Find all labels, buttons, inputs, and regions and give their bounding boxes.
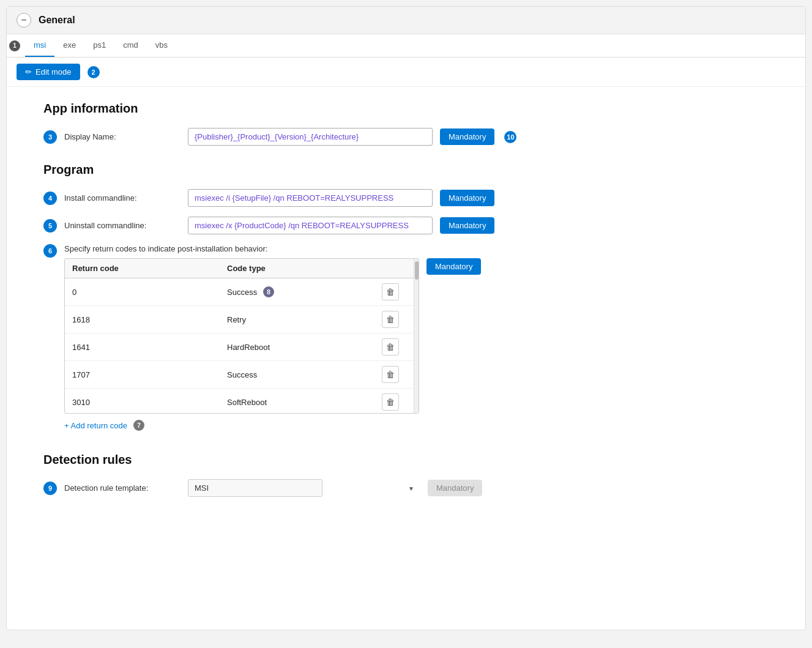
- add-return-code-label: + Add return code: [64, 421, 127, 430]
- code-type-value: HardReboot: [227, 343, 382, 352]
- table-row: 1707 Success 🗑: [65, 361, 414, 389]
- scrollbar-thumb: [415, 261, 419, 280]
- install-step-badge: 4: [43, 192, 57, 205]
- col-code-type: Code type: [227, 264, 382, 273]
- detection-rules-section: Detection rules 9 Detection rule templat…: [43, 453, 769, 497]
- edit-mode-button[interactable]: ✏ Edit mode: [17, 64, 80, 80]
- tab-msi[interactable]: msi: [25, 34, 54, 57]
- tab-exe[interactable]: exe: [54, 34, 84, 57]
- table-row: 0 Success 8 🗑: [65, 278, 414, 306]
- return-code-value: 1641: [72, 343, 227, 352]
- program-section: Program 4 Install commandline: Mandatory…: [43, 163, 769, 433]
- code-type-value: Retry: [227, 315, 382, 324]
- toolbar: ✏ Edit mode 2: [7, 58, 805, 87]
- table-row: 3010 SoftReboot 🗑: [65, 389, 414, 413]
- main-content: App information 3 Display Name: Mandator…: [7, 87, 805, 531]
- return-codes-header-row: 6 Specify return codes to indicate post-…: [43, 244, 769, 433]
- display-name-mandatory-button[interactable]: Mandatory: [440, 128, 494, 145]
- detection-mandatory-button[interactable]: Mandatory: [428, 480, 482, 496]
- detection-rule-template-row: 9 Detection rule template: MSI Custom sc…: [43, 479, 769, 497]
- col-return-code: Return code: [72, 264, 227, 273]
- code-type-value: Success 8: [227, 286, 382, 297]
- uninstall-commandline-row: 5 Uninstall commandline: Mandatory: [43, 217, 769, 234]
- return-codes-section: 6 Specify return codes to indicate post-…: [43, 244, 769, 433]
- add-return-code-badge: 7: [133, 420, 144, 431]
- uninstall-mandatory-button[interactable]: Mandatory: [440, 217, 494, 234]
- delete-row-button[interactable]: 🗑: [382, 393, 399, 411]
- add-return-code-button[interactable]: + Add return code 7: [64, 417, 769, 433]
- return-codes-mandatory-button[interactable]: Mandatory: [426, 258, 481, 275]
- delete-row-button[interactable]: 🗑: [382, 366, 399, 383]
- tab-vbs[interactable]: vbs: [147, 34, 176, 57]
- window-title: General: [39, 15, 75, 26]
- tab-step-badge: 1: [9, 40, 20, 51]
- return-code-value: 1618: [72, 315, 227, 324]
- uninstall-label: Uninstall commandline:: [64, 221, 181, 230]
- edit-mode-label: Edit mode: [35, 67, 72, 76]
- delete-row-button[interactable]: 🗑: [382, 311, 399, 328]
- detection-label: Detection rule template:: [64, 483, 181, 493]
- detection-rules-title: Detection rules: [43, 453, 769, 467]
- code-type-value: SoftReboot: [227, 398, 382, 407]
- title-bar: − General: [7, 7, 805, 34]
- return-codes-step-badge: 6: [43, 244, 57, 258]
- delete-row-button[interactable]: 🗑: [382, 338, 399, 356]
- detection-select-wrapper: MSI Custom script Manually configure det…: [188, 479, 420, 497]
- uninstall-commandline-input[interactable]: [188, 217, 433, 234]
- tab-cmd[interactable]: cmd: [114, 34, 147, 57]
- scrollbar[interactable]: [414, 259, 419, 413]
- table-header: Return code Code type: [65, 259, 414, 278]
- table-body: 0 Success 8 🗑: [65, 278, 414, 413]
- display-name-badge: 10: [504, 131, 516, 143]
- table-inner: Return code Code type 0: [65, 259, 414, 413]
- display-name-step-badge: 3: [43, 130, 57, 144]
- row-badge: 8: [263, 286, 274, 297]
- return-code-value: 1707: [72, 370, 227, 379]
- return-codes-label: Specify return codes to indicate post-in…: [64, 244, 769, 253]
- table-row: 1618 Retry 🗑: [65, 306, 414, 333]
- return-codes-table: Return code Code type 0: [64, 258, 419, 414]
- pencil-icon: ✏: [25, 67, 32, 76]
- return-code-value: 3010: [72, 398, 227, 407]
- display-name-label: Display Name:: [64, 132, 181, 141]
- install-label: Install commandline:: [64, 193, 181, 203]
- install-mandatory-button[interactable]: Mandatory: [440, 190, 494, 206]
- program-title: Program: [43, 163, 769, 177]
- app-information-section: App information 3 Display Name: Mandator…: [43, 102, 769, 146]
- tab-bar: 1 msi exe ps1 cmd vbs: [7, 34, 805, 58]
- table-row: 1641 HardReboot 🗑: [65, 333, 414, 361]
- display-name-input[interactable]: [188, 128, 433, 146]
- uninstall-step-badge: 5: [43, 219, 57, 233]
- tabs-container: msi exe ps1 cmd vbs: [25, 34, 176, 57]
- edit-mode-badge: 2: [88, 66, 100, 78]
- code-type-value: Success: [227, 370, 382, 379]
- detection-step-badge: 9: [43, 482, 57, 495]
- install-commandline-row: 4 Install commandline: Mandatory: [43, 189, 769, 207]
- minimize-button[interactable]: −: [17, 13, 31, 28]
- detection-rule-select[interactable]: MSI Custom script Manually configure det…: [188, 479, 322, 497]
- display-name-row: 3 Display Name: Mandatory 10: [43, 128, 769, 146]
- return-code-value: 0: [72, 288, 227, 297]
- install-commandline-input[interactable]: [188, 189, 433, 207]
- main-window: − General 1 msi exe ps1 cmd vbs ✏ Edit m…: [6, 6, 806, 630]
- delete-row-button[interactable]: 🗑: [382, 283, 399, 300]
- app-information-title: App information: [43, 102, 769, 116]
- tab-ps1[interactable]: ps1: [84, 34, 114, 57]
